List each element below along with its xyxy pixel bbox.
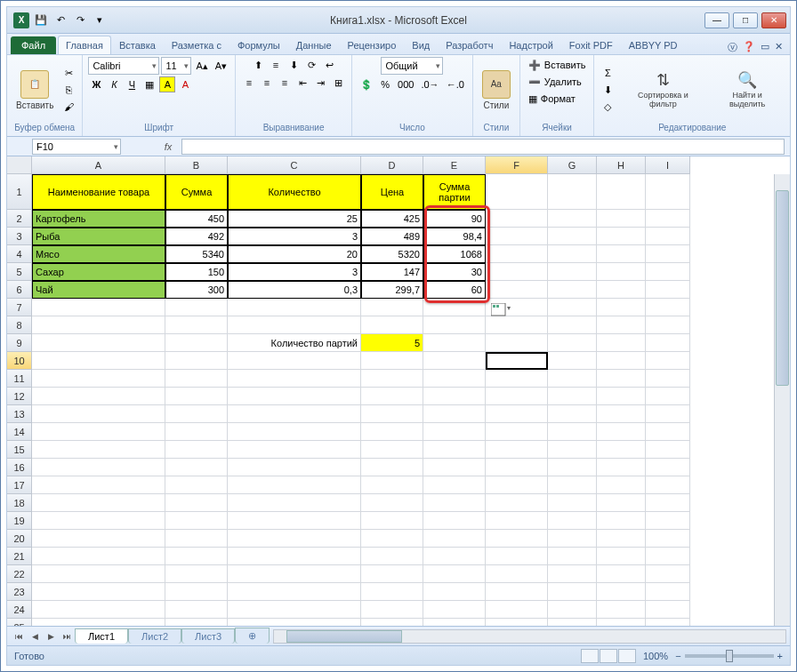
cell-A24[interactable] — [32, 601, 165, 619]
cell-D6[interactable]: 299,7 — [361, 281, 423, 299]
orientation-icon[interactable]: ⟳ — [303, 57, 319, 73]
zoom-thumb[interactable] — [726, 650, 733, 662]
cell-H2[interactable] — [597, 210, 646, 228]
normal-view-button[interactable] — [581, 649, 599, 663]
cell-I10[interactable] — [646, 352, 690, 370]
doc-close-icon[interactable]: ✕ — [775, 41, 783, 54]
cell-F18[interactable] — [486, 494, 548, 512]
cell-G4[interactable] — [548, 245, 597, 263]
cell-D22[interactable] — [361, 565, 423, 583]
cell-A15[interactable] — [32, 441, 165, 459]
cell-C9[interactable]: Количество партий — [228, 334, 361, 352]
row-header-8[interactable]: 8 — [7, 316, 32, 334]
cell-A19[interactable] — [32, 512, 165, 530]
cell-I11[interactable] — [646, 370, 690, 388]
tab-review[interactable]: Рецензиро — [340, 36, 405, 54]
cell-E18[interactable] — [423, 494, 486, 512]
cell-G16[interactable] — [548, 459, 597, 476]
font-size-combo[interactable]: 11 — [161, 57, 191, 75]
cell-B10[interactable] — [165, 352, 228, 370]
cell-G11[interactable] — [548, 370, 597, 388]
cell-B5[interactable]: 150 — [165, 263, 228, 281]
cell-E2[interactable]: 90 — [423, 210, 486, 228]
sheet-tab-2[interactable]: Лист2 — [128, 628, 181, 644]
vscroll-thumb[interactable] — [776, 190, 789, 386]
cell-G23[interactable] — [548, 583, 597, 601]
cell-A1[interactable]: Наименование товара — [32, 174, 165, 210]
cell-A3[interactable]: Рыба — [32, 228, 165, 245]
cell-H20[interactable] — [597, 530, 646, 548]
cell-A13[interactable] — [32, 405, 165, 423]
cell-G19[interactable] — [548, 512, 597, 530]
cell-C14[interactable] — [228, 423, 361, 441]
cell-A12[interactable] — [32, 388, 165, 405]
cell-E22[interactable] — [423, 565, 486, 583]
styles-button[interactable]: Aa Стили — [479, 68, 514, 112]
number-format-combo[interactable]: Общий — [381, 57, 443, 75]
cell-B21[interactable] — [165, 548, 228, 565]
cell-F10[interactable] — [486, 352, 548, 370]
cell-E5[interactable]: 30 — [423, 263, 486, 281]
row-header-18[interactable]: 18 — [7, 494, 32, 512]
cell-E16[interactable] — [423, 459, 486, 476]
cell-G14[interactable] — [548, 423, 597, 441]
cell-H4[interactable] — [597, 245, 646, 263]
cell-B12[interactable] — [165, 388, 228, 405]
fx-button[interactable]: fx — [160, 139, 176, 155]
cell-F6[interactable] — [486, 281, 548, 299]
align-top-icon[interactable]: ⬆ — [250, 57, 266, 73]
cell-B8[interactable] — [165, 316, 228, 334]
undo-icon[interactable]: ↶ — [52, 12, 69, 29]
row-header-23[interactable]: 23 — [7, 583, 32, 601]
cell-B16[interactable] — [165, 459, 228, 476]
cell-D9[interactable]: 5 — [361, 334, 423, 352]
help-icon[interactable]: ❓ — [743, 41, 755, 54]
cell-C1[interactable]: Количество — [228, 174, 361, 210]
cell-I7[interactable] — [646, 299, 690, 316]
autosum-icon[interactable]: Σ — [600, 65, 616, 81]
cell-A5[interactable]: Сахар — [32, 263, 165, 281]
cell-B11[interactable] — [165, 370, 228, 388]
cell-I25[interactable] — [646, 619, 690, 626]
cell-I18[interactable] — [646, 494, 690, 512]
cell-D8[interactable] — [361, 316, 423, 334]
row-header-3[interactable]: 3 — [7, 228, 32, 245]
percent-icon[interactable]: % — [377, 76, 393, 92]
grow-font-icon[interactable]: A▴ — [193, 58, 210, 74]
align-left-icon[interactable]: ≡ — [241, 75, 257, 91]
cell-G13[interactable] — [548, 405, 597, 423]
fill-icon[interactable]: ⬇ — [600, 82, 616, 98]
col-header-G[interactable]: G — [548, 156, 597, 174]
new-sheet-button[interactable]: ⊕ — [235, 628, 270, 644]
cell-H6[interactable] — [597, 281, 646, 299]
cell-D20[interactable] — [361, 530, 423, 548]
format-cells-button[interactable]: ▦Формат — [526, 91, 589, 107]
cell-A8[interactable] — [32, 316, 165, 334]
align-bottom-icon[interactable]: ⬇ — [286, 57, 302, 73]
cell-C4[interactable]: 20 — [228, 245, 361, 263]
cell-G21[interactable] — [548, 548, 597, 565]
tab-insert[interactable]: Вставка — [111, 36, 164, 54]
row-header-2[interactable]: 2 — [7, 210, 32, 228]
qat-more-icon[interactable]: ▾ — [91, 12, 109, 29]
row-header-16[interactable]: 16 — [7, 459, 32, 476]
cell-E1[interactable]: Сумма партии — [423, 174, 486, 210]
cell-F11[interactable] — [486, 370, 548, 388]
cell-H11[interactable] — [597, 370, 646, 388]
excel-icon[interactable]: X — [12, 12, 30, 29]
cell-G2[interactable] — [548, 210, 597, 228]
minimize-button[interactable]: — — [704, 12, 729, 28]
cell-G18[interactable] — [548, 494, 597, 512]
cell-H8[interactable] — [597, 316, 646, 334]
cell-C19[interactable] — [228, 512, 361, 530]
cell-E25[interactable] — [423, 619, 486, 626]
cell-B9[interactable] — [165, 334, 228, 352]
cell-I3[interactable] — [646, 228, 690, 245]
cell-F5[interactable] — [486, 263, 548, 281]
row-header-17[interactable]: 17 — [7, 476, 32, 494]
cell-G24[interactable] — [548, 601, 597, 619]
cell-H9[interactable] — [597, 334, 646, 352]
tab-addins[interactable]: Надстрой — [501, 36, 560, 54]
bold-button[interactable]: Ж — [88, 76, 104, 92]
cell-D12[interactable] — [361, 388, 423, 405]
